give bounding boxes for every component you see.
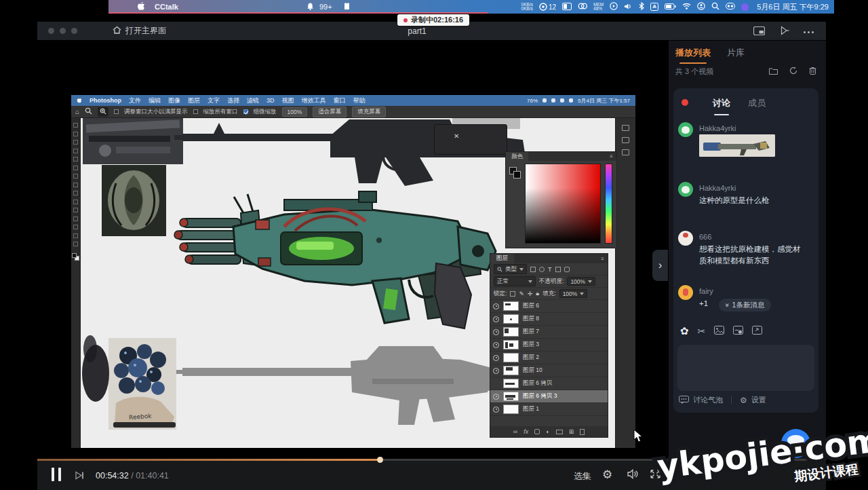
progress-handle[interactable] [377,457,383,463]
input-method-icon[interactable]: A [650,3,658,11]
layer-group-icon[interactable] [556,430,563,434]
ps-dock-icon[interactable] [622,125,629,131]
menubar-datetime[interactable]: 5月6日 周五 下午9:29 [757,2,829,12]
fill-value-dropdown[interactable]: 100% [559,289,588,298]
layer-thumbnail[interactable] [503,353,519,362]
open-main-ui-button[interactable]: 打开主界面 [113,25,166,37]
chat-image-attachment[interactable] [699,134,775,157]
layer-thumbnail[interactable] [503,301,519,311]
player-settings-gear-icon[interactable]: ⚙ [602,468,612,482]
ps-dock-icon[interactable] [622,137,629,143]
memory-monitor[interactable]: MEM48% [593,3,604,12]
share-message-icon[interactable] [752,325,762,337]
layer-thumbnail[interactable] [503,327,519,337]
layer-row[interactable]: 图层 8 [490,313,608,326]
wifi-icon[interactable] [682,3,691,11]
link-layers-icon[interactable]: ∞ [513,428,517,435]
loop-refresh-icon[interactable] [789,65,797,77]
network-speed[interactable]: 0KB/s0KB/s [521,3,533,12]
screenshot-avatar-icon[interactable] [733,325,743,337]
image-upload-icon[interactable] [714,325,724,337]
bell-icon[interactable] [307,2,314,12]
layer-row[interactable]: 图层 6 [490,300,608,313]
more-options-icon[interactable] [804,27,814,37]
visibility-eye-icon[interactable] [493,342,499,348]
sticker-flower-icon[interactable]: ✿ [680,325,689,337]
search-icon[interactable] [711,2,719,12]
lock-move-icon[interactable]: ✛ [528,290,533,297]
layer-row-selected[interactable]: 图层 6 拷贝 3 [490,390,608,403]
saturation-brightness-field[interactable] [525,164,601,244]
pin-video-icon[interactable] [779,26,789,38]
visibility-eye-icon[interactable] [493,368,499,374]
avatar[interactable] [678,285,693,300]
avatar[interactable] [678,182,693,197]
layer-thumbnail[interactable] [503,404,519,414]
new-layer-icon[interactable]: ⊞ [569,428,574,435]
delete-layer-icon[interactable] [580,429,585,435]
layer-thumbnail[interactable] [503,392,519,401]
layer-row[interactable]: 图层 7 [490,326,608,339]
new-message-badge[interactable]: » 1条新消息 [719,299,771,312]
vest-app-icon[interactable] [343,2,351,12]
ps-dock-icon[interactable] [622,149,629,155]
scissors-icon[interactable]: ✂ [698,326,706,337]
cpu-monitor-icon[interactable]: 12 [539,3,556,11]
visibility-eye-icon[interactable] [493,329,499,335]
layer-row[interactable]: 图层 2 [490,352,608,364]
visibility-off[interactable] [493,381,499,387]
adjustment-layer-icon[interactable]: ◐ [546,428,549,435]
play-circle-icon[interactable] [610,2,618,12]
tab-discussion[interactable]: 讨论 [713,97,730,109]
filter-type-icon[interactable]: T [548,266,552,273]
bluetooth-icon[interactable] [639,2,644,12]
visibility-eye-icon[interactable] [493,316,499,322]
layer-row[interactable]: 图层 1 [490,403,608,416]
battery-icon[interactable] [665,3,676,11]
filter-pixel-icon[interactable] [530,267,536,272]
layer-filter-dropdown[interactable]: 类型 [494,264,527,274]
lock-paint-icon[interactable]: ✎ [519,290,524,297]
layer-row[interactable]: 图层 3 [490,339,608,352]
ps-color-panel-tab[interactable]: 颜色 [506,152,528,161]
hue-slider[interactable] [605,164,612,244]
tab-members[interactable]: 成员 [748,97,766,109]
avatar[interactable] [678,231,693,246]
layer-thumbnail[interactable] [503,340,519,350]
next-video-button[interactable] [75,470,85,483]
menubar-app-name[interactable]: CCtalk [155,3,178,11]
opacity-value-dropdown[interactable]: 100% [567,277,595,286]
layer-thumbnail[interactable] [503,314,519,324]
lock-transparent-icon[interactable] [510,291,515,297]
volume-icon[interactable] [624,3,633,12]
close-icon[interactable]: ✕ [454,132,459,140]
ps-color-swatches[interactable] [509,167,521,179]
trash-icon[interactable] [809,65,816,77]
folder-icon[interactable] [769,65,778,77]
collapse-sidebar-button[interactable]: › [652,250,668,281]
chat-input[interactable] [677,345,814,391]
swift-app-icon[interactable] [741,3,749,11]
picture-in-picture-icon[interactable] [753,26,765,38]
layer-thumbnail[interactable] [503,366,519,375]
creative-cloud-icon[interactable] [578,3,587,11]
bubble-toggle-label[interactable]: 讨论气泡 [693,395,723,405]
video-title-tab[interactable]: part1 [380,26,454,36]
blend-mode-dropdown[interactable]: 正常 [494,276,536,286]
apple-logo-icon[interactable] [137,1,145,12]
settings-label[interactable]: 设置 [751,395,766,405]
video-player-area[interactable]: Photoshop 文件 编辑 图像 图层 文字 选择 滤镜 3D 视图 增效工… [37,41,668,459]
user-account-icon[interactable] [697,2,705,12]
layer-row[interactable]: 图层 6 拷贝 [490,377,608,390]
avatar[interactable] [678,122,693,137]
control-center-icon[interactable] [726,3,735,11]
layer-mask-icon[interactable] [534,429,540,434]
visibility-eye-icon[interactable] [493,303,499,309]
filter-smart-icon[interactable] [564,267,570,272]
panel-menu-icon[interactable]: ≡ [601,258,604,260]
filter-shape-icon[interactable] [555,267,561,272]
player-volume-icon[interactable] [627,469,639,482]
layer-thumbnail[interactable] [503,379,519,388]
visibility-eye-icon[interactable] [493,394,499,400]
window-manager-icon[interactable] [562,3,572,12]
